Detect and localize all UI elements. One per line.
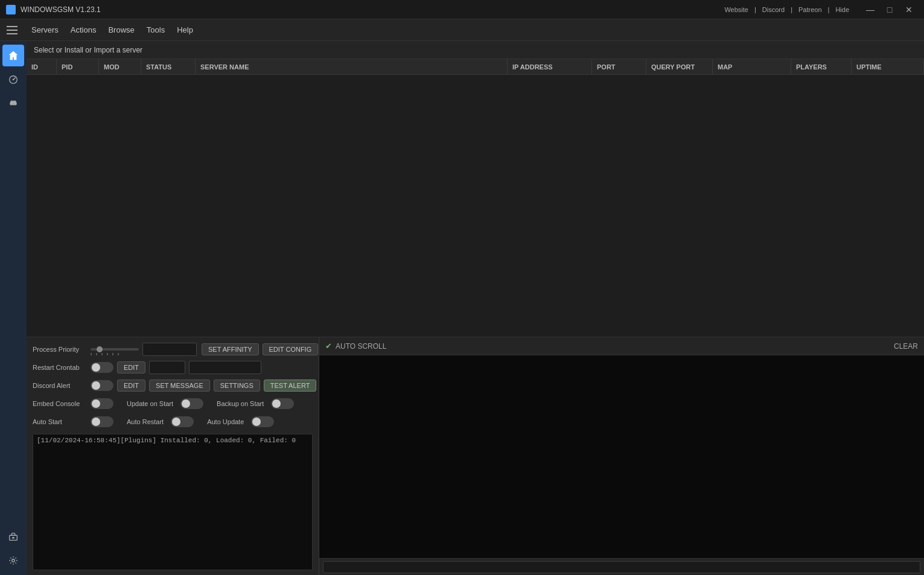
svg-point-6 [12,559,15,562]
col-queryport: QUERY PORT [646,59,713,74]
close-button[interactable]: ✕ [900,2,918,17]
set-affinity-button[interactable]: SET AFFINITY [202,343,259,355]
col-pid: PID [57,59,99,74]
auto-update-toggle[interactable] [251,416,274,427]
embed-update-backup-row: Embed Console Update on Start Backup on … [33,396,313,411]
priority-slider-track[interactable] [91,348,139,351]
process-priority-label: Process Priority [33,346,87,353]
sidebar-item-settings[interactable] [2,550,24,571]
backup-on-start-label: Backup on Start [217,400,264,407]
col-id: ID [27,59,57,74]
col-servername: SERVER NAME [196,59,508,74]
auto-start-toggle[interactable] [91,416,113,427]
local-console-log[interactable]: [11/02/2024-16:58:45][Plugins] Installed… [33,434,313,570]
menu-help[interactable]: Help [171,22,199,39]
sidebar-item-plugins[interactable] [2,526,24,547]
discord-alert-row: Discord Alert EDIT SET MESSAGE SETTINGS … [33,378,313,393]
console-input[interactable] [323,561,920,573]
discord-alert-test-button[interactable]: TEST ALERT [264,380,317,392]
maximize-button[interactable]: □ [881,2,899,17]
website-link[interactable]: Website [724,6,748,13]
controls-panel: Process Priority [27,337,319,575]
home-icon [8,50,19,61]
menu-bar: Servers Actions Browse Tools Help [0,19,924,41]
auto-update-label: Auto Update [207,418,244,425]
discord-icon [8,98,19,109]
col-ip: IP ADDRESS [508,59,592,74]
sidebar-item-home[interactable] [2,45,24,66]
discord-alert-set-message-button[interactable]: SET MESSAGE [149,380,210,392]
discord-link[interactable]: Discord [762,6,785,13]
svg-point-1 [13,79,14,81]
discord-alert-settings-button[interactable]: SETTINGS [214,380,260,392]
table-header: ID PID MOD STATUS SERVER NAME IP ADDRESS… [27,59,924,75]
menu-actions[interactable]: Actions [65,22,103,39]
priority-slider-container [91,348,139,351]
menu-tools[interactable]: Tools [141,22,171,39]
right-console-panel: ✔ AUTO SCROLL CLEAR [319,337,924,575]
col-map: MAP [713,59,791,74]
restart-crontab-toggle[interactable] [91,362,113,373]
window-controls: — □ ✕ [861,2,918,17]
sidebar-item-speed[interactable] [2,69,24,91]
auto-start-label: Auto Start [33,418,87,425]
restart-crontab-label: Restart Crontab [33,364,87,371]
restart-crontab-input1[interactable] [149,361,185,374]
subtitle-bar: Select or Install or Import a server [27,41,924,59]
app-icon [6,5,16,14]
update-on-start-toggle[interactable] [180,398,203,409]
log-entry-1: [11/02/2024-16:58:45][Plugins] Installed… [37,437,296,444]
menu-browse[interactable]: Browse [102,22,140,39]
discord-alert-toggle[interactable] [91,380,113,391]
auto-scroll-label: ✔ AUTO SCROLL [325,342,386,351]
restart-crontab-input2[interactable] [189,361,261,374]
auto-scroll-text: AUTO SCROLL [336,342,386,351]
discord-alert-edit-button[interactable]: EDIT [117,380,145,392]
svg-rect-5 [12,537,14,539]
process-priority-row: Process Priority [33,342,313,357]
backup-on-start-toggle[interactable] [271,398,294,409]
auto-restart-label: Auto Restart [127,418,164,425]
embed-console-toggle[interactable] [91,398,113,409]
auto-scroll-checkmark: ✔ [325,342,332,351]
svg-point-3 [14,103,15,104]
plugin-icon [8,531,19,542]
app-title: WINDOWSGSM V1.23.1 [21,5,724,14]
console-input-bar [319,558,924,575]
content-area: Select or Install or Import a server ID … [27,41,924,575]
restart-crontab-row: Restart Crontab EDIT [33,360,313,375]
col-status: STATUS [141,59,196,74]
restart-crontab-edit-button[interactable]: EDIT [117,361,145,373]
sidebar-item-discord[interactable] [2,93,24,115]
col-mod: MOD [99,59,141,74]
speed-icon [8,74,19,85]
clear-button[interactable]: CLEAR [894,342,918,351]
settings-icon [8,555,19,566]
patreon-link[interactable]: Patreon [798,6,822,13]
discord-alert-label: Discord Alert [33,382,87,389]
title-bar-links: Website | Discord | Patreon | Hide [724,6,849,13]
sidebar [0,41,27,575]
col-uptime: UPTIME [852,59,924,74]
col-players: PLAYERS [791,59,852,74]
col-port: PORT [592,59,646,74]
auto-restart-toggle[interactable] [171,416,194,427]
hide-link[interactable]: Hide [835,6,849,13]
hamburger-menu[interactable] [4,22,21,39]
console-output[interactable] [319,355,924,558]
server-list [27,75,924,337]
priority-slider-thumb[interactable] [97,346,103,352]
auto-row: Auto Start Auto Restart Auto Update [33,415,313,429]
priority-input[interactable] [142,343,197,356]
subtitle-text: Select or Install or Import a server [34,46,142,54]
console-toolbar: ✔ AUTO SCROLL CLEAR [319,337,924,355]
embed-console-label: Embed Console [33,400,87,407]
title-bar: WINDOWSGSM V1.23.1 Website | Discord | P… [0,0,924,19]
main-layout: Select or Install or Import a server ID … [0,41,924,575]
menu-servers[interactable]: Servers [25,22,65,39]
bottom-panel: Process Priority [27,337,924,575]
svg-point-2 [11,103,13,104]
minimize-button[interactable]: — [861,2,879,17]
update-on-start-label: Update on Start [127,400,173,407]
edit-config-button[interactable]: EDIT CONFIG [263,343,319,355]
